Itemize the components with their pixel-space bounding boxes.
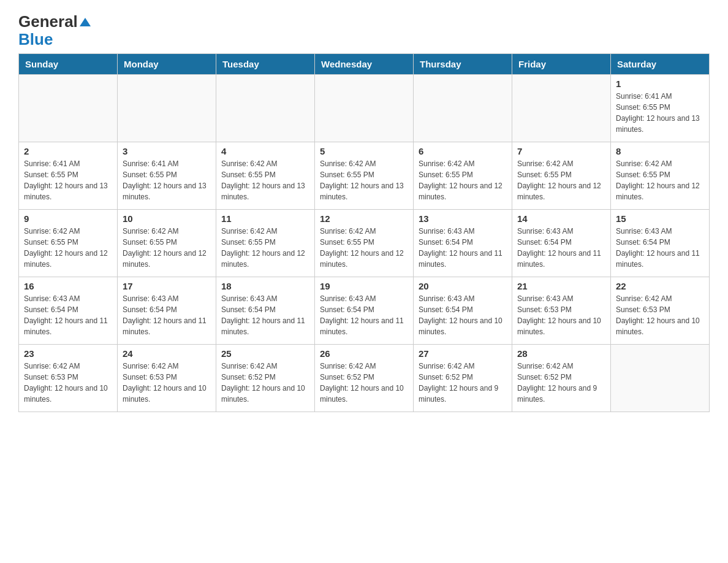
logo-triangle-icon <box>80 17 91 30</box>
calendar-week-row: 9Sunrise: 6:42 AMSunset: 6:55 PMDaylight… <box>19 210 710 277</box>
day-info: Sunrise: 6:43 AMSunset: 6:54 PMDaylight:… <box>320 293 408 337</box>
day-number: 23 <box>24 348 112 359</box>
calendar-week-row: 1Sunrise: 6:41 AMSunset: 6:55 PMDaylight… <box>19 75 710 142</box>
calendar-cell: 6Sunrise: 6:42 AMSunset: 6:55 PMDaylight… <box>414 142 512 210</box>
day-number: 12 <box>320 213 408 224</box>
page-header: General Blue <box>18 12 710 47</box>
day-info: Sunrise: 6:43 AMSunset: 6:54 PMDaylight:… <box>517 226 605 270</box>
day-number: 13 <box>419 213 507 224</box>
calendar-cell: 13Sunrise: 6:43 AMSunset: 6:54 PMDayligh… <box>414 210 512 277</box>
column-header-tuesday: Tuesday <box>216 54 315 75</box>
day-number: 26 <box>320 348 408 359</box>
calendar-cell <box>118 75 216 142</box>
day-info: Sunrise: 6:43 AMSunset: 6:54 PMDaylight:… <box>616 226 704 270</box>
column-header-thursday: Thursday <box>414 54 512 75</box>
day-info: Sunrise: 6:42 AMSunset: 6:52 PMDaylight:… <box>320 361 408 405</box>
calendar-cell: 11Sunrise: 6:42 AMSunset: 6:55 PMDayligh… <box>216 210 315 277</box>
calendar-cell: 28Sunrise: 6:42 AMSunset: 6:52 PMDayligh… <box>512 345 611 412</box>
calendar-cell: 20Sunrise: 6:43 AMSunset: 6:54 PMDayligh… <box>414 277 512 345</box>
calendar-cell: 3Sunrise: 6:41 AMSunset: 6:55 PMDaylight… <box>118 142 216 210</box>
day-number: 4 <box>221 146 309 156</box>
day-info: Sunrise: 6:42 AMSunset: 6:55 PMDaylight:… <box>320 226 408 270</box>
day-info: Sunrise: 6:41 AMSunset: 6:55 PMDaylight:… <box>123 158 211 202</box>
day-number: 17 <box>123 281 211 291</box>
calendar-cell: 7Sunrise: 6:42 AMSunset: 6:55 PMDaylight… <box>512 142 611 210</box>
day-info: Sunrise: 6:42 AMSunset: 6:55 PMDaylight:… <box>320 158 408 202</box>
day-number: 28 <box>517 348 605 359</box>
calendar-cell: 17Sunrise: 6:43 AMSunset: 6:54 PMDayligh… <box>118 277 216 345</box>
day-info: Sunrise: 6:42 AMSunset: 6:52 PMDaylight:… <box>419 361 507 405</box>
calendar-cell: 19Sunrise: 6:43 AMSunset: 6:54 PMDayligh… <box>315 277 414 345</box>
day-number: 19 <box>320 281 408 291</box>
calendar-cell <box>414 75 512 142</box>
calendar-cell <box>19 75 118 142</box>
calendar-cell: 10Sunrise: 6:42 AMSunset: 6:55 PMDayligh… <box>118 210 216 277</box>
day-number: 11 <box>221 213 309 224</box>
day-number: 8 <box>616 146 704 156</box>
day-number: 16 <box>24 281 112 291</box>
day-info: Sunrise: 6:42 AMSunset: 6:53 PMDaylight:… <box>616 293 704 337</box>
day-info: Sunrise: 6:42 AMSunset: 6:52 PMDaylight:… <box>221 361 309 405</box>
calendar-cell: 14Sunrise: 6:43 AMSunset: 6:54 PMDayligh… <box>512 210 611 277</box>
calendar-cell: 24Sunrise: 6:42 AMSunset: 6:53 PMDayligh… <box>118 345 216 412</box>
logo-blue-text: Blue <box>18 31 53 47</box>
day-number: 18 <box>221 281 309 291</box>
calendar-cell: 22Sunrise: 6:42 AMSunset: 6:53 PMDayligh… <box>611 277 710 345</box>
day-info: Sunrise: 6:43 AMSunset: 6:54 PMDaylight:… <box>419 226 507 270</box>
calendar-week-row: 16Sunrise: 6:43 AMSunset: 6:54 PMDayligh… <box>19 277 710 345</box>
day-number: 9 <box>24 213 112 224</box>
calendar-cell <box>611 345 710 412</box>
calendar-cell: 15Sunrise: 6:43 AMSunset: 6:54 PMDayligh… <box>611 210 710 277</box>
day-info: Sunrise: 6:42 AMSunset: 6:55 PMDaylight:… <box>616 158 704 202</box>
day-number: 10 <box>123 213 211 224</box>
day-info: Sunrise: 6:41 AMSunset: 6:55 PMDaylight:… <box>24 158 112 202</box>
calendar-cell: 26Sunrise: 6:42 AMSunset: 6:52 PMDayligh… <box>315 345 414 412</box>
column-header-monday: Monday <box>118 54 216 75</box>
calendar-cell: 8Sunrise: 6:42 AMSunset: 6:55 PMDaylight… <box>611 142 710 210</box>
svg-marker-0 <box>80 18 91 26</box>
day-number: 14 <box>517 213 605 224</box>
calendar-cell: 9Sunrise: 6:42 AMSunset: 6:55 PMDaylight… <box>19 210 118 277</box>
day-number: 5 <box>320 146 408 156</box>
calendar-cell: 25Sunrise: 6:42 AMSunset: 6:52 PMDayligh… <box>216 345 315 412</box>
day-number: 3 <box>123 146 211 156</box>
calendar-week-row: 2Sunrise: 6:41 AMSunset: 6:55 PMDaylight… <box>19 142 710 210</box>
column-header-saturday: Saturday <box>611 54 710 75</box>
calendar-cell: 4Sunrise: 6:42 AMSunset: 6:55 PMDaylight… <box>216 142 315 210</box>
day-info: Sunrise: 6:42 AMSunset: 6:55 PMDaylight:… <box>24 226 112 270</box>
day-info: Sunrise: 6:43 AMSunset: 6:54 PMDaylight:… <box>123 293 211 337</box>
calendar-week-row: 23Sunrise: 6:42 AMSunset: 6:53 PMDayligh… <box>19 345 710 412</box>
calendar-cell: 1Sunrise: 6:41 AMSunset: 6:55 PMDaylight… <box>611 75 710 142</box>
logo: General Blue <box>18 12 91 47</box>
column-header-friday: Friday <box>512 54 611 75</box>
calendar-cell: 2Sunrise: 6:41 AMSunset: 6:55 PMDaylight… <box>19 142 118 210</box>
calendar-cell: 16Sunrise: 6:43 AMSunset: 6:54 PMDayligh… <box>19 277 118 345</box>
logo-general-text: General <box>18 12 78 31</box>
column-header-wednesday: Wednesday <box>315 54 414 75</box>
column-header-sunday: Sunday <box>19 54 118 75</box>
day-info: Sunrise: 6:43 AMSunset: 6:54 PMDaylight:… <box>419 293 507 337</box>
day-info: Sunrise: 6:42 AMSunset: 6:52 PMDaylight:… <box>517 361 605 405</box>
calendar-header-row: SundayMondayTuesdayWednesdayThursdayFrid… <box>19 54 710 75</box>
calendar-table: SundayMondayTuesdayWednesdayThursdayFrid… <box>18 53 710 412</box>
calendar-cell: 18Sunrise: 6:43 AMSunset: 6:54 PMDayligh… <box>216 277 315 345</box>
day-number: 2 <box>24 146 112 156</box>
calendar-cell <box>216 75 315 142</box>
calendar-cell: 5Sunrise: 6:42 AMSunset: 6:55 PMDaylight… <box>315 142 414 210</box>
calendar-cell: 23Sunrise: 6:42 AMSunset: 6:53 PMDayligh… <box>19 345 118 412</box>
day-number: 27 <box>419 348 507 359</box>
day-info: Sunrise: 6:43 AMSunset: 6:53 PMDaylight:… <box>517 293 605 337</box>
day-info: Sunrise: 6:42 AMSunset: 6:53 PMDaylight:… <box>24 361 112 405</box>
day-number: 22 <box>616 281 704 291</box>
calendar-cell <box>512 75 611 142</box>
day-number: 1 <box>616 79 704 89</box>
day-info: Sunrise: 6:41 AMSunset: 6:55 PMDaylight:… <box>616 91 704 135</box>
day-number: 24 <box>123 348 211 359</box>
day-number: 7 <box>517 146 605 156</box>
day-number: 6 <box>419 146 507 156</box>
day-number: 20 <box>419 281 507 291</box>
day-number: 15 <box>616 213 704 224</box>
day-info: Sunrise: 6:42 AMSunset: 6:55 PMDaylight:… <box>517 158 605 202</box>
day-number: 21 <box>517 281 605 291</box>
day-info: Sunrise: 6:42 AMSunset: 6:55 PMDaylight:… <box>419 158 507 202</box>
